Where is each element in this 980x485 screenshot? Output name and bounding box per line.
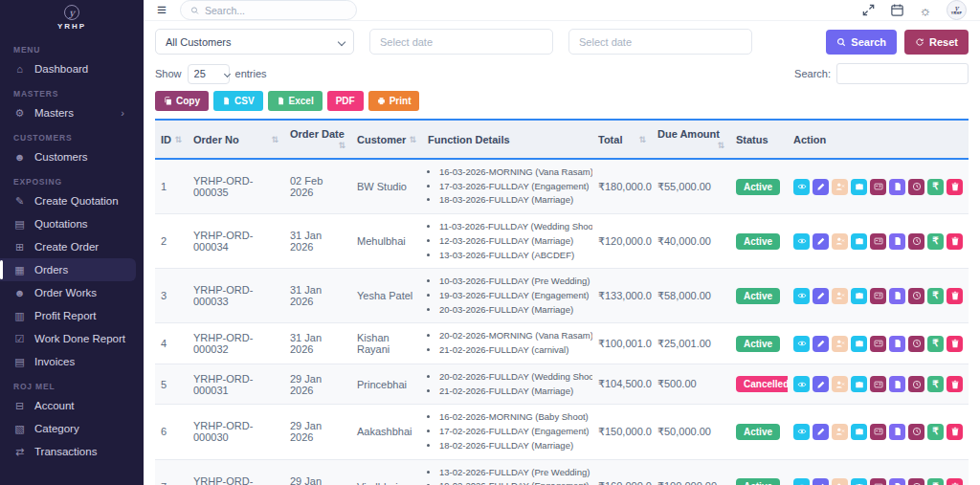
pdf-export-button[interactable]: PDF: [327, 91, 364, 111]
card-button[interactable]: [870, 478, 886, 485]
document-button[interactable]: [889, 336, 905, 352]
delete-button[interactable]: [947, 376, 963, 392]
works-button[interactable]: [851, 336, 867, 352]
column-header-total[interactable]: Total⇅: [592, 120, 652, 159]
edit-button[interactable]: [813, 233, 829, 250]
sidebar-item-dashboard[interactable]: ⌂Dashboard: [0, 57, 136, 80]
edit-button[interactable]: [813, 376, 829, 392]
history-button[interactable]: [908, 288, 924, 304]
payment-button[interactable]: ₹: [927, 233, 944, 250]
column-header-order-date[interactable]: Order Date⇅: [284, 120, 351, 159]
date-from-input[interactable]: [369, 29, 553, 55]
payment-button[interactable]: ₹: [927, 478, 944, 485]
csv-export-button[interactable]: CSV: [213, 91, 263, 111]
sidebar-item-masters[interactable]: ⚙Masters›: [0, 101, 136, 124]
sidebar-item-order-works[interactable]: ☻Order Works: [0, 281, 136, 304]
card-button[interactable]: [870, 424, 886, 440]
sort-icon[interactable]: ⇅: [638, 135, 646, 144]
column-header-id[interactable]: ID⇅: [155, 120, 188, 159]
payment-button[interactable]: ₹: [927, 376, 944, 392]
app-logo[interactable]: y YRHP: [0, 0, 144, 36]
works-button[interactable]: [851, 233, 867, 250]
payment-button[interactable]: ₹: [927, 179, 944, 195]
edit-button[interactable]: [813, 179, 829, 195]
document-button[interactable]: [889, 424, 905, 440]
calendar-icon[interactable]: [889, 3, 904, 18]
works-button[interactable]: [851, 288, 867, 304]
page-size-select[interactable]: 25: [188, 64, 230, 84]
view-button[interactable]: [793, 179, 810, 195]
sidebar-item-category[interactable]: ▧Category: [0, 417, 136, 440]
view-button[interactable]: [793, 336, 810, 352]
delete-button[interactable]: [947, 424, 963, 440]
assign-user-button[interactable]: [832, 288, 848, 304]
excel-export-button[interactable]: Excel: [268, 91, 323, 111]
delete-button[interactable]: [947, 233, 963, 250]
column-header-customer[interactable]: Customer⇅: [351, 120, 422, 159]
delete-button[interactable]: [947, 288, 963, 304]
assign-user-button[interactable]: [832, 336, 848, 352]
table-search-input[interactable]: [836, 63, 969, 84]
sidebar-item-customers[interactable]: ☻Customers: [0, 145, 136, 168]
theme-sun-icon[interactable]: ☼: [918, 3, 933, 18]
works-button[interactable]: [851, 376, 867, 392]
view-button[interactable]: [793, 233, 810, 250]
print-export-button[interactable]: Print: [368, 91, 420, 111]
document-button[interactable]: [889, 376, 905, 392]
sidebar-item-create-quotation[interactable]: ✎Create Quotation: [0, 189, 136, 212]
sidebar-item-create-order[interactable]: ⊞Create Order: [0, 235, 136, 258]
assign-user-button[interactable]: [832, 478, 848, 485]
history-button[interactable]: [908, 424, 924, 440]
document-button[interactable]: [889, 478, 905, 485]
sort-icon[interactable]: ⇅: [174, 135, 182, 144]
view-button[interactable]: [793, 376, 810, 392]
sort-icon[interactable]: ⇅: [338, 141, 345, 150]
user-avatar[interactable]: y YRHP: [947, 0, 967, 20]
fullscreen-icon[interactable]: [860, 3, 876, 18]
card-button[interactable]: [870, 376, 886, 392]
history-button[interactable]: [908, 376, 924, 392]
customer-select[interactable]: All Customers: [155, 29, 354, 55]
column-header-order-no[interactable]: Order No⇅: [188, 120, 284, 159]
view-button[interactable]: [793, 424, 810, 440]
edit-button[interactable]: [813, 424, 829, 440]
edit-button[interactable]: [813, 288, 829, 304]
card-button[interactable]: [870, 288, 886, 304]
document-button[interactable]: [889, 288, 905, 304]
sort-icon[interactable]: ⇅: [409, 135, 416, 144]
card-button[interactable]: [870, 179, 886, 195]
delete-button[interactable]: [947, 336, 963, 352]
view-button[interactable]: [793, 288, 810, 304]
card-button[interactable]: [870, 233, 886, 250]
column-header-due-amount[interactable]: Due Amount⇅: [652, 120, 730, 159]
assign-user-button[interactable]: [832, 179, 848, 195]
sort-icon[interactable]: ⇅: [717, 141, 724, 150]
sidebar-item-transactions[interactable]: ⇄Transactions: [0, 440, 136, 463]
assign-user-button[interactable]: [832, 424, 848, 440]
date-to-input[interactable]: [568, 29, 752, 55]
assign-user-button[interactable]: [832, 376, 848, 392]
assign-user-button[interactable]: [832, 233, 848, 250]
sidebar-item-work-done-report[interactable]: ☑Work Done Report: [0, 327, 136, 350]
document-button[interactable]: [889, 179, 905, 195]
history-button[interactable]: [908, 179, 924, 195]
payment-button[interactable]: ₹: [927, 424, 944, 440]
sidebar-item-quotations[interactable]: ▤Quotations: [0, 212, 136, 235]
sidebar-item-profit-report[interactable]: ▥Profit Report: [0, 304, 136, 327]
menu-toggle-icon[interactable]: ≡: [157, 2, 167, 18]
reset-button[interactable]: Reset: [904, 30, 969, 55]
sidebar-item-invoices[interactable]: ▤Invoices: [0, 350, 136, 373]
works-button[interactable]: [851, 424, 867, 440]
history-button[interactable]: [908, 336, 924, 352]
works-button[interactable]: [851, 179, 867, 195]
edit-button[interactable]: [813, 336, 829, 352]
global-search-input[interactable]: [205, 5, 346, 16]
history-button[interactable]: [908, 233, 924, 250]
delete-button[interactable]: [947, 478, 963, 485]
works-button[interactable]: [851, 478, 867, 485]
view-button[interactable]: [793, 478, 810, 485]
sidebar-item-account[interactable]: ⊟Account: [0, 394, 136, 417]
document-button[interactable]: [889, 233, 905, 250]
card-button[interactable]: [870, 336, 886, 352]
global-search[interactable]: [180, 0, 357, 20]
